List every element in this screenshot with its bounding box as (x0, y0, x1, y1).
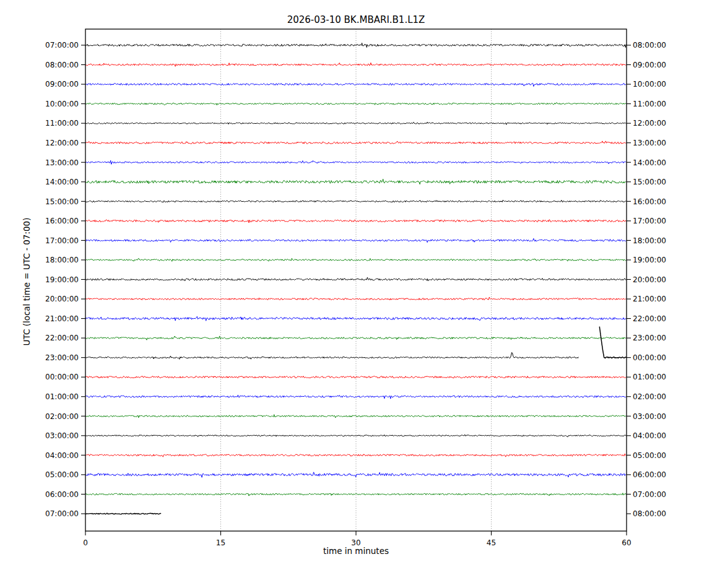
y-tick-label-utc: 12:00:00 (45, 139, 79, 147)
y-tick-label-utc: 16:00:00 (45, 217, 79, 225)
y-tick-label-utc: 01:00:00 (45, 392, 79, 401)
trace-row-8 (85, 200, 626, 202)
y-axis-label: UTC (local time = UTC - 07:00) (22, 218, 32, 346)
y-tick-label-local: 05:00:00 (633, 451, 666, 460)
y-tick-label-utc: 09:00:00 (45, 80, 79, 89)
chart-title: 2026-03-10 BK.MBARI.B1.L1Z (287, 14, 425, 25)
y-tick-label-utc: 07:00:00 (45, 509, 79, 518)
y-tick-label-local: 20:00:00 (633, 275, 666, 284)
y-tick-label-local: 08:00:00 (633, 509, 666, 518)
seismogram-traces (85, 43, 627, 514)
y-tick-label-utc: 13:00:00 (45, 158, 79, 167)
trace-row-7 (85, 179, 626, 184)
trace-row-4 (85, 122, 626, 124)
trace-row-24 (85, 513, 161, 514)
y-tick-label-local: 08:00:00 (633, 41, 666, 50)
y-tick-label-local: 15:00:00 (633, 178, 666, 186)
y-tick-label-utc: 15:00:00 (45, 197, 79, 206)
y-tick-label-local: 17:00:00 (633, 217, 666, 225)
trace-row-12 (85, 277, 626, 281)
y-tick-label-utc: 23:00:00 (45, 353, 79, 362)
plot-canvas: 2026-03-10 BK.MBARI.B1.L1Z 07:00:0008:00… (0, 0, 712, 588)
y-tick-label-local: 11:00:00 (633, 100, 666, 108)
y-tick-label-utc: 10:00:00 (45, 100, 79, 108)
x-tick-label: 15 (216, 538, 225, 547)
y-tick-label-utc: 17:00:00 (45, 236, 79, 245)
y-tick-label-utc: 14:00:00 (45, 178, 79, 186)
y-tick-label-local: 16:00:00 (633, 197, 666, 206)
y-tick-label-local: 19:00:00 (633, 256, 666, 264)
trace-row-23 (85, 493, 626, 496)
y-tick-label-local: 03:00:00 (633, 412, 666, 421)
y-tick-label-utc: 18:00:00 (45, 256, 79, 264)
y-tick-label-utc: 19:00:00 (45, 275, 79, 284)
y-tick-label-local: 09:00:00 (633, 61, 666, 69)
y-tick-label-utc: 20:00:00 (45, 295, 79, 303)
y-tick-label-local: 07:00:00 (633, 490, 666, 499)
y-tick-label-local: 21:00:00 (633, 295, 666, 303)
trace-row-16-transient (599, 327, 627, 358)
y-tick-label-local: 00:00:00 (633, 353, 666, 362)
trace-row-21 (85, 454, 626, 457)
trace-row-9 (85, 220, 626, 223)
trace-row-13 (85, 297, 626, 300)
y-tick-label-local: 06:00:00 (633, 470, 666, 479)
trace-row-1 (85, 63, 626, 66)
y-tick-label-local: 23:00:00 (633, 334, 666, 342)
trace-row-5 (85, 141, 626, 144)
x-axis-label: time in minutes (323, 546, 389, 556)
y-tick-label-utc: 07:00:00 (45, 41, 79, 50)
y-tick-label-local: 10:00:00 (633, 80, 666, 89)
x-tick-label: 0 (83, 538, 88, 547)
trace-row-16 (85, 352, 578, 359)
y-tick-label-utc: 11:00:00 (45, 119, 79, 128)
y-tick-label-local: 18:00:00 (633, 236, 666, 245)
y-tick-label-local: 01:00:00 (633, 373, 666, 381)
helicorder-figure: 2026-03-10 BK.MBARI.B1.L1Z 07:00:0008:00… (0, 0, 712, 588)
y-tick-label-utc: 00:00:00 (45, 373, 79, 381)
y-tick-label-local: 12:00:00 (633, 119, 666, 128)
y-tick-label-local: 04:00:00 (633, 431, 666, 440)
y-tick-label-local: 13:00:00 (633, 139, 666, 147)
y-tick-label-utc: 02:00:00 (45, 412, 79, 421)
y-tick-label-utc: 03:00:00 (45, 431, 79, 440)
y-tick-label-local: 02:00:00 (633, 392, 666, 401)
trace-row-0 (85, 43, 626, 47)
y-tick-label-utc: 08:00:00 (45, 61, 79, 69)
y-tick-label-utc: 06:00:00 (45, 490, 79, 499)
x-tick-label: 45 (487, 538, 496, 547)
trace-row-18 (85, 395, 626, 399)
y-tick-label-local: 14:00:00 (633, 158, 666, 167)
y-tick-label-utc: 21:00:00 (45, 314, 79, 323)
y-tick-label-local: 22:00:00 (633, 314, 666, 323)
x-tick-label: 60 (622, 538, 631, 547)
y-tick-label-utc: 22:00:00 (45, 334, 79, 342)
y-tick-label-utc: 05:00:00 (45, 470, 79, 479)
y-tick-label-utc: 04:00:00 (45, 451, 79, 460)
tick-labels: 07:00:0008:00:0008:00:0009:00:0009:00:00… (45, 41, 666, 547)
